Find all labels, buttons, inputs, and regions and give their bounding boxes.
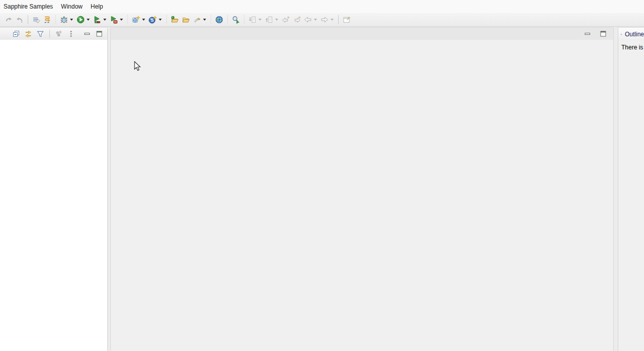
view-menu-button[interactable] xyxy=(67,28,76,39)
outline-tab-label: Outline xyxy=(625,31,644,38)
dropdown-caret-icon[interactable] xyxy=(203,19,206,21)
toolbar-separator xyxy=(211,15,211,24)
profile-icon xyxy=(110,16,118,24)
toolbar-separator xyxy=(49,30,50,38)
main-toolbar xyxy=(0,13,644,27)
previous-edit-location-button xyxy=(281,14,291,25)
toolbar-separator xyxy=(338,15,339,24)
redo-icon xyxy=(16,16,24,24)
new-wizard-button[interactable] xyxy=(131,14,147,25)
highlighter-button[interactable] xyxy=(192,14,208,25)
maximize-icon xyxy=(599,30,607,38)
link-with-editor-button[interactable] xyxy=(24,28,33,39)
toolbar-separator xyxy=(28,15,28,24)
toolbar-separator xyxy=(55,15,56,24)
dropdown-caret-icon[interactable] xyxy=(87,19,90,21)
back-button xyxy=(303,14,318,25)
maximize-icon xyxy=(95,30,103,38)
pin-editor-icon xyxy=(343,16,351,24)
minimize-icon xyxy=(584,30,592,38)
run-icon xyxy=(77,16,85,24)
web-browser-button[interactable] xyxy=(214,14,224,25)
minimize-icon xyxy=(83,30,91,38)
menu-sapphire-samples[interactable]: Sapphire Samples xyxy=(4,3,53,10)
next-annotation-icon xyxy=(248,16,256,24)
redo-button xyxy=(15,14,25,25)
open-folder-button[interactable] xyxy=(181,14,191,25)
weave-arrow-button[interactable] xyxy=(42,14,52,25)
weave-arrow-icon xyxy=(43,16,51,24)
explorer-view xyxy=(0,27,108,351)
dots-icon xyxy=(55,30,63,38)
view-menu-icon xyxy=(67,30,75,38)
previous-annotation-icon xyxy=(265,16,273,24)
open-folder-icon xyxy=(182,16,190,24)
lines-arrow-icon xyxy=(32,16,40,24)
lines-arrow-button[interactable] xyxy=(31,14,41,25)
coverage-icon xyxy=(93,16,101,24)
dropdown-caret-icon xyxy=(331,19,334,21)
minimize-view-button[interactable] xyxy=(83,28,92,39)
search-icon xyxy=(232,16,240,24)
filter-button[interactable] xyxy=(36,28,45,39)
filter-icon xyxy=(36,30,44,38)
collapse-all-button[interactable] xyxy=(12,28,21,39)
run-button[interactable] xyxy=(76,14,91,25)
link-editor-icon xyxy=(24,30,32,38)
open-folder-ball-icon xyxy=(171,16,179,24)
explorer-view-content[interactable] xyxy=(0,40,107,351)
next-edit-icon xyxy=(293,16,301,24)
debug-icon xyxy=(60,16,68,24)
new-sapphire-wizard-button[interactable] xyxy=(148,14,163,25)
dropdown-caret-icon[interactable] xyxy=(142,19,145,21)
dropdown-caret-icon[interactable] xyxy=(159,19,162,21)
menu-help[interactable]: Help xyxy=(91,3,103,10)
toolbar-separator xyxy=(166,15,167,24)
dropdown-caret-icon[interactable] xyxy=(103,19,106,21)
back-icon xyxy=(304,16,312,24)
dropdown-caret-icon xyxy=(275,19,278,21)
outline-icon xyxy=(621,30,622,38)
toolbar-separator xyxy=(244,15,244,24)
editor-tabbar xyxy=(111,28,613,40)
next-edit-location-button xyxy=(292,14,302,25)
open-file-button[interactable] xyxy=(170,14,180,25)
forward-icon xyxy=(320,16,329,24)
highlighter-icon xyxy=(193,16,201,24)
explorer-view-toolbar xyxy=(0,28,107,40)
undo-icon xyxy=(5,16,13,24)
tab-outline[interactable]: Outline xyxy=(618,28,644,40)
toolbar-separator xyxy=(127,15,128,24)
presentation-button xyxy=(54,28,63,39)
pin-editor-button xyxy=(342,14,352,25)
dropdown-caret-icon xyxy=(259,19,262,21)
undo-button xyxy=(4,14,14,25)
profile-button[interactable] xyxy=(109,14,124,25)
globe-icon xyxy=(215,16,223,24)
menu-bar: Sapphire Samples Window Help xyxy=(0,0,644,13)
previous-edit-icon xyxy=(282,16,290,24)
collapse-all-icon xyxy=(12,30,20,38)
minimize-editor-button[interactable] xyxy=(583,28,593,39)
maximize-view-button[interactable] xyxy=(95,28,104,39)
dropdown-caret-icon[interactable] xyxy=(70,19,73,21)
outline-empty-message: There is no active editor that provides … xyxy=(618,40,644,51)
previous-annotation-button xyxy=(264,14,280,25)
maximize-editor-button[interactable] xyxy=(598,28,608,39)
editor-content[interactable] xyxy=(111,40,613,351)
menu-window[interactable]: Window xyxy=(61,3,83,10)
dropdown-caret-icon[interactable] xyxy=(120,19,123,21)
debug-button[interactable] xyxy=(59,14,75,25)
next-annotation-button xyxy=(247,14,263,25)
dropdown-caret-icon xyxy=(314,19,317,21)
forward-button xyxy=(319,14,335,25)
editor-area xyxy=(110,27,614,351)
coverage-button[interactable] xyxy=(92,14,108,25)
toolbar-separator xyxy=(227,15,228,24)
outline-view: Outline There is no active editor that p… xyxy=(618,27,644,351)
new-wizard-icon xyxy=(132,16,140,24)
search-button[interactable] xyxy=(231,14,241,25)
sapphire-wizard-icon xyxy=(149,16,157,24)
